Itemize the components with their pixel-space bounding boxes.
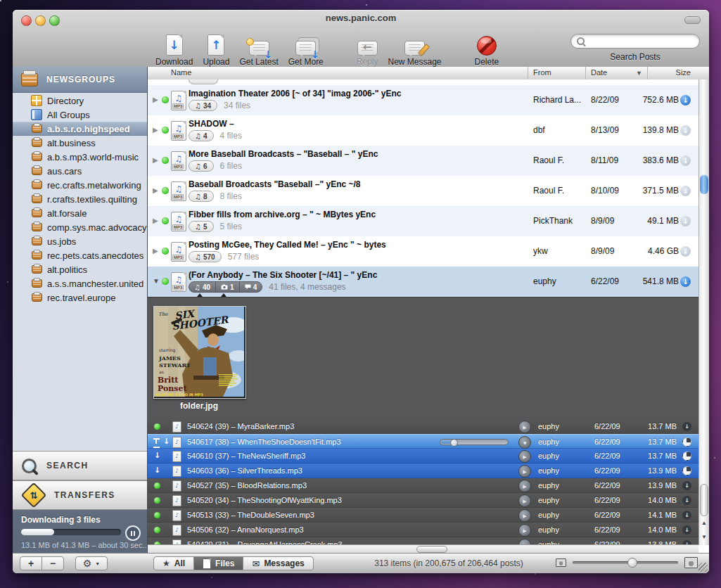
sidebar-item-alt-business[interactable]: alt.business	[13, 136, 147, 150]
download-post-button[interactable]: ↓	[680, 155, 691, 166]
delete-button[interactable]: Delete	[475, 32, 499, 67]
play-button[interactable]: ▶	[518, 465, 531, 478]
download-file-button[interactable]: ↓	[682, 496, 691, 505]
download-post-button[interactable]: ↓	[680, 276, 691, 287]
file-row[interactable]: ♪540513 (33) – TheDoubleSeven.mp3▶euphy6…	[148, 508, 709, 523]
group-row[interactable]: ▶♫MP3Baseball Broadcasts "Baseball –" yE…	[148, 176, 709, 206]
stop-button[interactable]: ■	[518, 436, 531, 449]
sidebar-item-comp-sys-mac-advocacy[interactable]: comp.sys.mac.advocacy	[13, 220, 147, 234]
file-row[interactable]: ♪540520 (34) – TheShootingOfWyattKing.mp…	[148, 493, 709, 508]
sidebar-item-alt-politics[interactable]: alt.politics	[13, 262, 147, 276]
queued-clock-badge[interactable]	[682, 437, 691, 447]
group-row[interactable]: ▶♫MP3SHADOW –♫44 filesdbf8/13/09139.8 MB…	[148, 115, 709, 146]
newsgroups-section-header[interactable]: NEWSGROUPS	[13, 67, 147, 93]
playback-progress-slider[interactable]	[440, 439, 509, 445]
sidebar-item-us-jobs[interactable]: us.jobs	[13, 234, 147, 248]
queued-clock-badge[interactable]	[682, 466, 691, 475]
queued-clock-badge[interactable]	[682, 452, 691, 461]
file-row[interactable]: ♪540527 (35) – BloodRelations.mp3▶euphy6…	[148, 478, 709, 493]
sidebar-item-alt-forsale[interactable]: alt.forsale	[13, 206, 147, 220]
file-row[interactable]: ↓♪540603 (36) – SilverThreads.mp3▶euphy6…	[148, 464, 709, 478]
vertical-scrollbar[interactable]: ▲ ▼	[698, 79, 709, 545]
group-row[interactable]: ▶♫MP3Posting McGee, They Called Me! – yE…	[148, 236, 709, 267]
toolbar-toggle-lozenge[interactable]	[684, 16, 701, 24]
download-post-button[interactable]: ↓	[680, 246, 691, 257]
search-input[interactable]	[570, 34, 700, 49]
play-button[interactable]: ▶	[518, 421, 531, 433]
group-row[interactable]: ▶♫MP3Imagination Theater 2006 [~ of 34] …	[148, 85, 709, 115]
filter-all-button[interactable]: ★All	[153, 556, 194, 570]
download-button[interactable]: ↓Download	[155, 32, 193, 67]
vertical-scrollbar-thumb[interactable]	[700, 174, 708, 194]
search-section-header[interactable]: SEARCH	[13, 451, 147, 480]
sidebar-item-rec-crafts-metalworking[interactable]: rec.crafts.metalworking	[13, 178, 147, 192]
download-file-button[interactable]: ↓	[682, 511, 691, 520]
column-separator	[647, 67, 648, 79]
sidebar-item-aus-cars[interactable]: aus.cars	[13, 164, 147, 178]
group-row[interactable]: ▶♫MP3More Baseball Broadcasts – "Basebal…	[148, 146, 709, 176]
sidebar-item-directory[interactable]: Directory	[13, 94, 147, 108]
get-more-button[interactable]: ↓Get More	[288, 32, 324, 67]
action-gear-button[interactable]: ⚙ ▼	[75, 556, 108, 570]
disclosure-collapsed-icon[interactable]: ▶	[153, 186, 158, 194]
group-row[interactable]: ▼♫MP3(For Anybody – The Six Shooter [~/4…	[148, 267, 709, 297]
scroll-up-arrow-button[interactable]: ▲	[699, 516, 709, 530]
disclosure-collapsed-icon[interactable]: ▶	[153, 217, 158, 224]
disclosure-collapsed-icon[interactable]: ▶	[153, 156, 158, 164]
get-latest-button[interactable]: ↓Get Latest	[239, 32, 278, 67]
photo-count-badge[interactable]: 1	[215, 282, 239, 292]
filelist-scrollbar-thumb[interactable]	[700, 484, 708, 516]
download-post-button[interactable]: ↓	[680, 125, 691, 136]
play-button[interactable]: ▶	[518, 494, 531, 507]
sidebar-item-rec-pets-cats-anecdotes[interactable]: rec.pets.cats.anecdotes	[13, 248, 147, 262]
remove-button[interactable]: −	[42, 556, 64, 570]
scroll-down-arrow-button[interactable]: ▼	[699, 530, 709, 544]
disclosure-expanded-icon[interactable]: ▼	[153, 277, 160, 285]
file-row[interactable]: ↓♪540610 (37) – TheNewSheriff.mp3▶euphy6…	[148, 449, 709, 464]
play-button[interactable]: ▶	[518, 480, 531, 492]
group-row[interactable]: ▶♫MP3Fibber fills from archive.org – " ~…	[148, 206, 709, 236]
horizontal-scrollbar-thumb[interactable]	[416, 546, 447, 553]
file-row[interactable]: ♪540624 (39) – MyraBarker.mp3▶euphy6/22/…	[148, 419, 709, 434]
message-count-badge[interactable]: 4	[239, 282, 262, 292]
filter-files-button[interactable]: Files	[193, 556, 243, 570]
column-header-name[interactable]: Name	[171, 68, 191, 77]
filter-messages-button[interactable]: ✉Messages	[243, 556, 313, 570]
play-button[interactable]: ▶	[518, 524, 531, 537]
sidebar-item-rec-travel-europe[interactable]: rec.travel.europe	[13, 290, 147, 305]
play-button[interactable]: ▶	[518, 450, 531, 463]
new-message-button[interactable]: New Message	[388, 32, 441, 67]
download-post-button[interactable]: ↓	[680, 95, 691, 106]
file-row[interactable]: ♪540506 (32) – AnnaNorquest.mp3▶euphy6/2…	[148, 523, 709, 537]
play-button[interactable]: ▶	[518, 509, 531, 522]
size-slider-track[interactable]	[573, 561, 678, 564]
download-file-button[interactable]: ↓	[682, 481, 691, 490]
playback-slider-thumb[interactable]	[450, 439, 458, 447]
music-count-badge[interactable]: ♫40	[189, 282, 215, 292]
sidebar-item-r-crafts-textiles-quilting[interactable]: r.crafts.textiles.quilting	[13, 192, 147, 206]
filter-label: All	[174, 558, 185, 568]
file-row[interactable]: ↓♪540617 (38) – WhenTheShoeDoesn'tFit.mp…	[148, 434, 709, 449]
size-slider-thumb[interactable]	[627, 558, 637, 568]
sidebar-item-a-b-s-mp3-world-music[interactable]: a.b.s.mp3.world-music	[13, 150, 147, 164]
upload-button[interactable]: ↑Upload	[203, 32, 229, 67]
download-post-button[interactable]: ↓	[680, 216, 691, 226]
column-header-size[interactable]: Size	[676, 68, 691, 77]
column-header-from[interactable]: From	[533, 68, 551, 77]
download-post-button[interactable]: ↓	[680, 186, 691, 196]
disclosure-collapsed-icon[interactable]: ▶	[153, 126, 158, 134]
sidebar-item-a-s-s-manchester-united[interactable]: a.s.s.manchester.united	[13, 276, 147, 290]
add-button[interactable]: +	[20, 556, 42, 570]
window-resize-grip[interactable]	[698, 563, 708, 572]
download-file-button[interactable]: ↓	[682, 422, 691, 431]
pause-transfers-button[interactable]	[125, 525, 141, 541]
transfers-section-header[interactable]: ⇅ TRANSFERS	[13, 480, 147, 510]
disclosure-collapsed-icon[interactable]: ▶	[153, 96, 158, 103]
sidebar-item-all-groups[interactable]: All Groups	[13, 108, 147, 122]
content-type-badges[interactable]: ♫4014	[189, 281, 262, 293]
column-header-date[interactable]: Date	[591, 68, 607, 77]
preview-thumbnail[interactable]: The SIX SHOOTER starring JAMES STEWART a…	[153, 306, 246, 399]
download-file-button[interactable]: ↓	[682, 525, 691, 535]
disclosure-collapsed-icon[interactable]: ▶	[153, 247, 158, 255]
sidebar-item-a-b-s-r-o-highspeed[interactable]: a.b.s.r.o.highspeed	[13, 122, 147, 136]
